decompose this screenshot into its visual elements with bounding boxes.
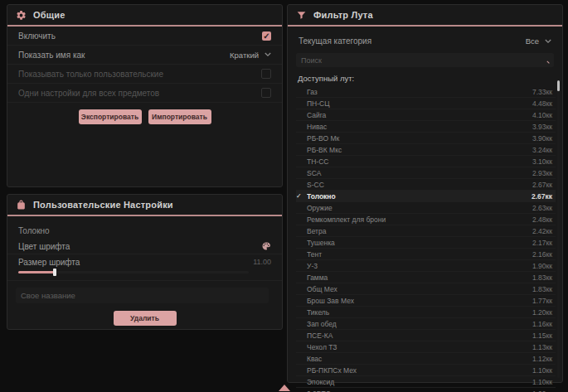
list-item[interactable]: ПН-СЦ 4.48кк xyxy=(296,98,556,109)
loot-item-name: S-СС xyxy=(307,181,532,189)
name-mode-row: Показать имя как Краткий xyxy=(7,46,282,65)
list-item[interactable]: ТН-СС 3.10кк xyxy=(296,156,556,167)
list-item[interactable]: Чехол ТЗ 1.13кк xyxy=(296,341,556,353)
general-panel-title: Общие xyxy=(33,10,66,20)
gear-icon xyxy=(16,10,27,21)
list-item[interactable]: Тушенка 2.17кк xyxy=(296,237,556,249)
enable-checkbox[interactable]: ✓ xyxy=(262,31,271,41)
general-panel-header: Общие xyxy=(7,5,282,25)
list-item[interactable]: Зап обед 1.16кк xyxy=(296,318,556,330)
category-row: Текущая категория Все xyxy=(288,31,562,51)
loot-item-value: 1.10кк xyxy=(532,366,552,375)
loot-item-value: 1.10кк xyxy=(532,378,552,386)
font-size-slider-row xyxy=(7,269,282,281)
search-icon[interactable] xyxy=(537,56,554,65)
loot-item-name: ТН-СС xyxy=(307,157,532,166)
loot-item-value: 2.63кк xyxy=(532,204,552,212)
list-item[interactable]: Газ 7.33кк xyxy=(296,86,556,98)
list-item[interactable]: Оружие 2.63кк xyxy=(296,202,556,214)
list-item[interactable]: Квас 1.12кк xyxy=(296,353,556,365)
font-size-slider[interactable] xyxy=(18,271,249,273)
loot-item-value: 1.09кк xyxy=(532,390,552,392)
list-item[interactable]: РБ-ВК Мкс 3.24кк xyxy=(296,144,556,156)
list-item[interactable]: SCA 2.93кк xyxy=(296,167,556,179)
loot-item-name: Толокно xyxy=(307,192,532,201)
list-item[interactable]: ✓ Толокно 2.67кк xyxy=(296,191,556,202)
loot-item-name: Общ Мех xyxy=(307,285,532,293)
only-custom-row: Показывать только пользовательские xyxy=(7,65,282,84)
font-color-row: Цвет шрифта xyxy=(7,239,282,254)
slider-fill xyxy=(18,271,55,273)
loot-item-name: Гамма xyxy=(307,273,532,282)
list-item[interactable]: S-СС 2.67кк xyxy=(296,179,556,191)
loot-item-value: 3.10кк xyxy=(532,157,552,166)
list-item[interactable]: Ремкомплект для брони 2.48кк xyxy=(296,214,556,225)
only-custom-checkbox[interactable] xyxy=(261,69,271,79)
backpack-icon xyxy=(16,200,27,211)
scrollbar-handle[interactable] xyxy=(557,80,560,91)
loot-item-value: 1.20кк xyxy=(532,308,552,317)
list-item[interactable]: Нивас 3.93кк xyxy=(296,121,556,133)
loot-item-value: 3.93кк xyxy=(532,123,552,131)
list-item[interactable]: Ветра 2.42кк xyxy=(296,225,556,237)
loot-item-value: 2.48кк xyxy=(532,215,552,224)
loot-item-name: РБ-ПКПСх Мех xyxy=(307,366,532,375)
list-item[interactable]: РБ-ВО Мк 3.90кк xyxy=(296,133,556,144)
selected-item-name: Толокно xyxy=(7,216,282,239)
loot-item-name: Чехол ТЗ xyxy=(307,343,532,351)
loot-item-value: 1.15кк xyxy=(532,332,552,340)
loot-item-name: Нивас xyxy=(307,123,532,131)
loot-panel-header: Фильтр Лута xyxy=(288,5,562,25)
list-item[interactable]: 0.2BTC 1.09кк xyxy=(296,388,556,392)
loot-item-name: Ветра xyxy=(307,227,532,235)
chevron-down-icon xyxy=(265,52,271,57)
loot-list: Газ 7.33кк ПН-СЦ 4.48кк Сайга 4.10кк Нив… xyxy=(296,86,556,392)
loot-panel-divider xyxy=(288,25,562,27)
list-item[interactable]: Сайга 4.10кк xyxy=(296,109,556,121)
loot-item-value: 1.90кк xyxy=(532,262,552,270)
export-button[interactable]: Экспортировать xyxy=(79,109,142,124)
selected-check-icon: ✓ xyxy=(296,192,307,200)
loot-item-name: Сайга xyxy=(307,111,532,119)
loot-item-name: Тикель xyxy=(307,308,532,317)
loot-item-value: 1.83кк xyxy=(532,273,552,282)
list-item[interactable]: У-3 1.90кк xyxy=(296,260,556,272)
delete-button-row: Удалить xyxy=(7,311,282,326)
loot-item-value: 2.42кк xyxy=(532,227,552,235)
loot-item-value: 2.16кк xyxy=(532,250,552,259)
loot-list-scrollbar[interactable] xyxy=(557,80,560,378)
name-mode-select[interactable]: Краткий xyxy=(230,51,271,60)
loot-panel-title: Фильтр Лута xyxy=(313,10,373,20)
list-item[interactable]: Гамма 1.83кк xyxy=(296,272,556,283)
available-loot-label: Доступный лут: xyxy=(288,67,562,86)
loot-item-value: 2.67кк xyxy=(532,181,552,189)
loot-item-name: РБ-ВК Мкс xyxy=(307,146,532,154)
list-item[interactable]: Брош Зав Мех 1.77кк xyxy=(296,295,556,307)
search-bar xyxy=(296,53,554,67)
import-button[interactable]: Импортировать xyxy=(148,109,211,124)
palette-icon[interactable] xyxy=(261,241,271,251)
loot-item-value: 2.17кк xyxy=(532,239,552,247)
custom-name-input[interactable] xyxy=(16,288,269,303)
same-settings-checkbox[interactable] xyxy=(261,88,271,98)
expand-up-arrow[interactable] xyxy=(279,385,290,391)
slider-handle[interactable] xyxy=(53,269,56,276)
loot-item-name: Тент xyxy=(307,250,532,259)
delete-button[interactable]: Удалить xyxy=(114,311,177,326)
only-custom-label: Показывать только пользовательские xyxy=(18,70,163,79)
category-select[interactable]: Все xyxy=(526,36,551,46)
loot-item-value: 2.67кк xyxy=(532,192,552,201)
list-item[interactable]: Тикель 1.20кк xyxy=(296,307,556,318)
funnel-icon xyxy=(296,10,307,21)
list-item[interactable]: Эпоксид 1.10кк xyxy=(296,376,556,388)
same-settings-label: Одни настройки для всех предметов xyxy=(18,89,159,98)
loot-item-value: 3.90кк xyxy=(532,134,552,143)
search-input[interactable] xyxy=(296,56,537,65)
list-item[interactable]: Общ Мех 1.83кк xyxy=(296,283,556,295)
list-item[interactable]: ПСЕ-КА 1.15кк xyxy=(296,330,556,341)
loot-item-value: 4.10кк xyxy=(532,111,552,119)
list-item[interactable]: РБ-ПКПСх Мех 1.10кк xyxy=(296,365,556,376)
loot-item-value: 2.93кк xyxy=(532,169,552,177)
import-export-row: Экспортировать Импортировать xyxy=(7,109,282,124)
list-item[interactable]: Тент 2.16кк xyxy=(296,249,556,260)
